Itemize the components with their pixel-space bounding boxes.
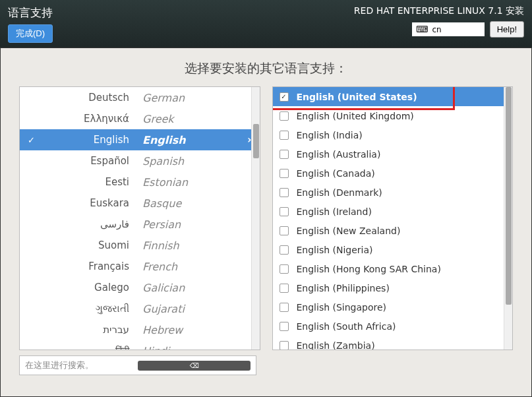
language-row[interactable]: ΕλληνικάGreek <box>20 108 260 129</box>
done-button[interactable]: 完成(D) <box>8 24 53 43</box>
locale-checkbox[interactable] <box>280 226 289 235</box>
locale-checkbox[interactable] <box>280 111 289 121</box>
locale-label: English (Australia) <box>297 149 381 160</box>
language-row[interactable]: فارسیPersian <box>20 214 260 235</box>
locale-row[interactable]: English (Ireland) <box>273 202 513 221</box>
locale-checkbox[interactable] <box>280 131 289 140</box>
search-placeholder-text: 在这里进行搜索。 <box>25 359 138 371</box>
language-native-name: Eesti <box>44 176 142 188</box>
locale-scrollbar[interactable] <box>504 87 512 350</box>
locale-checkbox[interactable] <box>280 150 289 159</box>
locale-label: English (Canada) <box>297 168 375 179</box>
language-english-name: Hebrew <box>142 324 183 336</box>
locale-label: English (Philippines) <box>297 283 390 293</box>
locale-row[interactable]: ✓English (United States) <box>273 87 513 106</box>
locale-row[interactable]: English (New Zealand) <box>273 221 513 240</box>
locale-label: English (India) <box>297 130 363 140</box>
language-list-panel: DeutschGermanΕλληνικάGreek✓EnglishEnglis… <box>19 86 260 350</box>
language-english-name: French <box>142 260 177 273</box>
language-english-name: German <box>142 92 185 104</box>
language-native-name: Galego <box>44 282 142 293</box>
locale-label: English (Zambia) <box>297 340 375 351</box>
language-native-name: עברית <box>44 324 142 336</box>
locale-row[interactable]: English (Canada) <box>273 164 513 183</box>
language-english-name: Hindi <box>142 345 169 350</box>
language-row[interactable]: ✓EnglishEnglish› <box>20 129 260 150</box>
page-header-title: 语言支持 <box>8 5 53 20</box>
locale-checkbox[interactable]: ✓ <box>280 92 289 102</box>
language-native-name: Suomi <box>44 239 142 251</box>
locale-row[interactable]: English (Philippines) <box>273 278 513 297</box>
locale-checkbox[interactable] <box>280 207 289 216</box>
language-english-name: Estonian <box>142 176 188 189</box>
language-row[interactable]: DeutschGerman <box>20 87 260 108</box>
locale-row[interactable]: English (Australia) <box>273 144 513 164</box>
locale-checkbox[interactable] <box>280 264 289 274</box>
locale-checkbox[interactable] <box>280 284 289 293</box>
locale-checkbox[interactable] <box>280 322 289 331</box>
locale-label: English (Nigeria) <box>297 245 373 255</box>
locale-label: English (United States) <box>297 92 417 102</box>
language-row[interactable]: EestiEstonian <box>20 171 260 193</box>
main-content: 选择要安装的其它语言支持： DeutschGermanΕλληνικάGreek… <box>0 47 532 397</box>
locale-row[interactable]: English (Zambia) <box>273 336 513 350</box>
language-scrollbar[interactable] <box>251 87 260 350</box>
language-english-name: Galician <box>142 282 185 294</box>
keyboard-layout-label: cn <box>432 25 441 34</box>
language-row[interactable]: FrançaisFrench <box>20 256 260 277</box>
language-native-name: हिंदी <box>44 345 142 350</box>
language-english-name: Persian <box>142 218 181 231</box>
language-row[interactable]: SuomiFinnish <box>20 235 260 256</box>
clear-search-icon[interactable]: ⌫ <box>138 361 251 371</box>
language-english-name: Basque <box>142 197 181 210</box>
keyboard-icon: ⌨ <box>416 24 429 34</box>
locale-label: English (United Kingdom) <box>297 111 414 121</box>
language-row[interactable]: ગુજરાતીGujarati <box>20 298 260 319</box>
locale-checkbox[interactable] <box>280 245 289 255</box>
help-button[interactable]: Help! <box>490 21 524 38</box>
keyboard-layout-indicator[interactable]: ⌨ cn <box>412 22 485 36</box>
language-row[interactable]: GalegoGalician <box>20 277 260 298</box>
language-row[interactable]: हिंदीHindi <box>20 340 260 350</box>
locale-label: English (Ireland) <box>297 206 372 217</box>
locale-label: English (Hong Kong SAR China) <box>297 264 441 274</box>
installer-title: RED HAT ENTERPRISE LINUX 7.1 安装 <box>354 5 524 17</box>
language-english-name: Finnish <box>142 239 179 252</box>
language-row[interactable]: עבריתHebrew <box>20 319 260 340</box>
locale-row[interactable]: English (United Kingdom) <box>273 106 513 125</box>
language-native-name: Euskara <box>44 197 142 209</box>
language-row[interactable]: EuskaraBasque <box>20 193 260 214</box>
search-input[interactable]: 在这里进行搜索。 ⌫ <box>19 355 256 375</box>
language-native-name: Ελληνικά <box>44 113 142 125</box>
language-native-name: Deutsch <box>44 92 142 104</box>
language-native-name: فارسی <box>44 218 142 230</box>
locale-row[interactable]: English (India) <box>273 125 513 144</box>
locale-checkbox[interactable] <box>280 341 289 350</box>
language-english-name: Gujarati <box>142 303 185 315</box>
language-native-name: ગુજરાતી <box>44 303 142 315</box>
language-english-name: Spanish <box>142 155 184 168</box>
language-english-name: Greek <box>142 113 174 125</box>
locale-list-panel: ✓English (United States)English (United … <box>272 86 514 350</box>
locale-row[interactable]: English (Singapore) <box>273 297 513 317</box>
locale-label: English (Singapore) <box>297 302 387 313</box>
language-row[interactable]: EspañolSpanish <box>20 150 260 171</box>
header-bar: 语言支持 完成(D) RED HAT ENTERPRISE LINUX 7.1 … <box>0 0 532 47</box>
locale-label: English (South Africa) <box>297 321 396 332</box>
language-native-name: Français <box>44 260 142 272</box>
locale-row[interactable]: English (Hong Kong SAR China) <box>273 259 513 278</box>
locale-row[interactable]: English (Denmark) <box>273 183 513 202</box>
locale-checkbox[interactable] <box>280 188 289 197</box>
language-native-name: English <box>44 134 142 146</box>
language-native-name: Español <box>44 155 142 167</box>
check-icon: ✓ <box>28 135 35 145</box>
locale-checkbox[interactable] <box>280 303 289 312</box>
locale-checkbox[interactable] <box>280 169 289 178</box>
locale-row[interactable]: English (Nigeria) <box>273 240 513 259</box>
locale-label: English (Denmark) <box>297 187 382 198</box>
page-title: 选择要安装的其它语言支持： <box>19 60 513 77</box>
language-english-name: English <box>142 134 186 146</box>
locale-label: English (New Zealand) <box>297 226 401 236</box>
locale-row[interactable]: English (South Africa) <box>273 317 513 336</box>
